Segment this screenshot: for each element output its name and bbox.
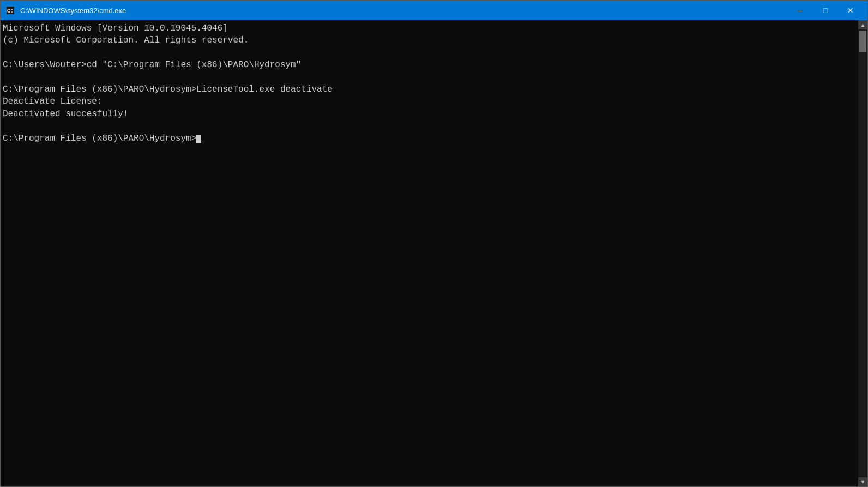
scrollbar-thumb-area: [858, 29, 867, 477]
svg-text:C:: C:: [7, 8, 14, 14]
terminal-line-1: Microsoft Windows [Version 10.0.19045.40…: [3, 23, 228, 33]
terminal-body[interactable]: Microsoft Windows [Version 10.0.19045.40…: [1, 20, 867, 486]
maximize-button[interactable]: □: [813, 1, 838, 20]
cmd-icon: C:: [5, 5, 16, 16]
terminal-line-8: Deactivated succesfully!: [3, 109, 128, 119]
terminal-cursor: [196, 135, 201, 143]
scrollbar[interactable]: ▲ ▼: [858, 20, 867, 486]
scrollbar-down-arrow[interactable]: ▼: [858, 477, 867, 486]
terminal-line-6: C:\Program Files (x86)\PARO\Hydrosym>Lic…: [3, 85, 333, 94]
cmd-window: C: C:\WINDOWS\system32\cmd.exe – □ ✕ Mic…: [0, 0, 868, 487]
terminal-line-4: C:\Users\Wouter>cd "C:\Program Files (x8…: [3, 60, 301, 70]
titlebar: C: C:\WINDOWS\system32\cmd.exe – □ ✕: [1, 1, 867, 20]
close-button[interactable]: ✕: [838, 1, 863, 20]
terminal-line-7: Deactivate License:: [3, 97, 102, 106]
scrollbar-up-arrow[interactable]: ▲: [858, 20, 867, 29]
terminal-output: Microsoft Windows [Version 10.0.19045.40…: [1, 20, 858, 486]
scrollbar-thumb[interactable]: [859, 31, 866, 52]
terminal-line-10: C:\Program Files (x86)\PARO\Hydrosym>: [3, 134, 196, 143]
terminal-line-2: (c) Microsoft Corporation. All rights re…: [3, 35, 249, 45]
window-controls: – □ ✕: [788, 1, 863, 20]
window-title: C:\WINDOWS\system32\cmd.exe: [20, 7, 788, 15]
minimize-button[interactable]: –: [788, 1, 813, 20]
